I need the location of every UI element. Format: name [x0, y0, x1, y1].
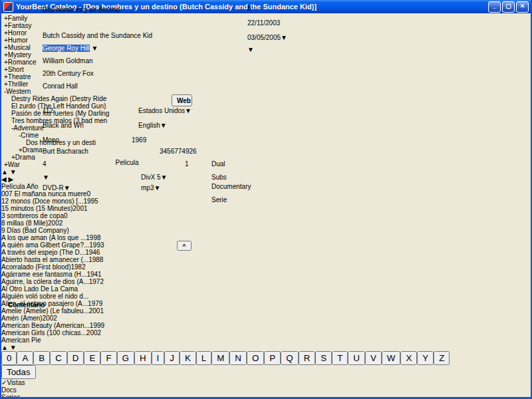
audio-combo[interactable]: mp3▼: [141, 184, 210, 192]
close-button[interactable]: ✕: [516, 1, 529, 13]
tree-item[interactable]: Destry Rides Again (Destry Ride: [1, 95, 531, 102]
alpha-button-A[interactable]: A: [17, 351, 33, 365]
movie-row[interactable]: 8 millas (8 Mile)2002: [1, 219, 531, 227]
alpha-button-I[interactable]: I: [152, 351, 165, 365]
alpha-button-Y[interactable]: Y: [417, 351, 434, 365]
alpha-button-S[interactable]: S: [315, 351, 332, 365]
alpha-button-T[interactable]: T: [332, 351, 348, 365]
movie-row[interactable]: Abierto hasta el amanecer (...1988: [1, 256, 531, 263]
movie-row[interactable]: Amén (Amen)2002: [1, 315, 531, 322]
alpha-button-F[interactable]: F: [100, 351, 116, 365]
movie-row[interactable]: American Pie: [1, 336, 531, 344]
filter-series[interactable]: Series: [1, 394, 531, 399]
alpha-button-O[interactable]: O: [247, 351, 264, 365]
minimize-button[interactable]: _: [488, 1, 501, 13]
fotografia-field[interactable]: Conrad Hall: [43, 82, 169, 90]
pais-combo[interactable]: Estados Unidos▼: [138, 107, 211, 114]
codec-combo[interactable]: DivX 5▼: [141, 174, 210, 181]
alpha-button-G[interactable]: G: [117, 351, 134, 365]
movie-row[interactable]: Agárrame ese fantasma (H...1941: [1, 271, 531, 278]
chevron-down-icon: ▼: [160, 174, 167, 181]
alpha-button-W[interactable]: W: [382, 351, 401, 365]
alpha-button-V[interactable]: V: [365, 351, 382, 365]
scroll-down-icon[interactable]: ▼: [10, 344, 17, 351]
idioma-combo[interactable]: English▼: [138, 122, 211, 129]
filter-docs[interactable]: Docs: [1, 386, 531, 394]
guion-field[interactable]: William Goldman: [43, 57, 169, 65]
titulo-field[interactable]: Dos hombres y un destino: [43, 6, 198, 13]
prestada-combo[interactable]: ▼: [247, 46, 295, 53]
checkbox-dual[interactable]: Dual: [211, 160, 225, 168]
alpha-button-L[interactable]: L: [196, 351, 211, 365]
rip-combo[interactable]: ▼: [43, 174, 108, 181]
movie-row[interactable]: A los que aman (A los que ...1998: [1, 234, 531, 241]
movie-row[interactable]: American Beauty (American...1999: [1, 322, 531, 329]
etiq-alfa-field[interactable]: Pelicula: [109, 159, 145, 166]
sn-field[interactable]: 3456774926: [160, 148, 210, 155]
alpha-button-J[interactable]: J: [164, 351, 180, 365]
scroll-down-icon[interactable]: ▼: [10, 168, 17, 176]
alpha-button-U[interactable]: U: [348, 351, 365, 365]
scroll-up-icon[interactable]: ▲: [1, 168, 8, 176]
tree-item[interactable]: +War: [1, 161, 531, 168]
movie-row[interactable]: A quién ama Gilbert Grape?...1993: [1, 241, 531, 249]
movie-title: American Pie: [1, 336, 41, 344]
maximize-button[interactable]: ▢: [502, 1, 515, 13]
duracion-field[interactable]: 112: [43, 107, 96, 114]
alpha-button-0[interactable]: 0: [1, 351, 17, 365]
alpha-button-N[interactable]: N: [229, 351, 247, 365]
mi-punt-field[interactable]: 8: [247, 5, 295, 12]
sonido-field[interactable]: Mono: [43, 136, 93, 144]
movie-row[interactable]: 9 Días (Bad Company): [1, 227, 531, 234]
orig-field[interactable]: Butch Cassidy and the Sundance Kid: [43, 32, 198, 39]
alpha-button-K[interactable]: K: [180, 351, 196, 365]
movie-row[interactable]: Aguirre, la cólera de dios (A...1972: [1, 278, 531, 285]
movie-row[interactable]: 12 monos (Doce monos) [...1995: [1, 198, 531, 205]
web-button[interactable]: Web: [172, 94, 192, 106]
movie-year: 1999: [90, 322, 104, 329]
todas-button[interactable]: Todas: [1, 365, 36, 379]
anio-field[interactable]: 1969: [132, 136, 185, 144]
movie-row[interactable]: 15 minutos (15 Minutes)2001: [1, 205, 531, 212]
musica-field[interactable]: Burt Bacharach: [43, 148, 140, 155]
filter-vistas[interactable]: ✓Vistas: [1, 379, 531, 386]
alpha-button-R[interactable]: R: [299, 351, 316, 365]
movie-row[interactable]: American Girls (100 chicas...2002: [1, 329, 531, 336]
alpha-button-B[interactable]: B: [33, 351, 50, 365]
movie-row[interactable]: A través del espejo (The D...1946: [1, 249, 531, 256]
comment-field[interactable]: [43, 299, 414, 313]
movie-title: 9 Días (Bad Company): [1, 227, 69, 234]
scroll-left-icon[interactable]: ◀: [1, 176, 7, 183]
alpha-button-C[interactable]: C: [50, 351, 67, 365]
alpha-button-Z[interactable]: Z: [434, 351, 450, 365]
soporte-combo[interactable]: DVD-R▼: [43, 184, 108, 192]
productor-field[interactable]: 20th Century Fox: [43, 70, 169, 77]
movie-title: Al Otro Lado De La Cama: [1, 285, 78, 293]
creada-field[interactable]: 22/11/2003: [247, 19, 295, 27]
checkbox-serie[interactable]: Serie: [211, 196, 227, 203]
alpha-button-X[interactable]: X: [400, 351, 417, 365]
chevron-down-icon: ▼: [43, 174, 49, 181]
scroll-up-icon[interactable]: ▲: [1, 344, 8, 351]
etiqueta-field[interactable]: 4: [43, 160, 76, 168]
cds-field[interactable]: 1: [185, 160, 203, 168]
checkbox-documentary[interactable]: Documentary: [211, 183, 251, 190]
scroll-right-icon[interactable]: ▶: [8, 176, 13, 183]
alpha-button-M[interactable]: M: [211, 351, 229, 365]
alpha-button-E[interactable]: E: [84, 351, 100, 365]
alpha-button-P[interactable]: P: [264, 351, 281, 365]
alpha-button-H[interactable]: H: [134, 351, 152, 365]
tree-item-label: Drama: [15, 154, 35, 161]
director-combo[interactable]: George Roy Hill ▼: [43, 45, 169, 52]
checkbox-subs[interactable]: Subs: [211, 174, 227, 181]
tree-item-label: Thriller: [8, 80, 29, 88]
alpha-button-Q[interactable]: Q: [281, 351, 298, 365]
vista-combo[interactable]: 03/05/2005▼: [247, 34, 295, 41]
movie-row[interactable]: Acorralado (First blood)1982: [1, 263, 531, 271]
alpha-button-D[interactable]: D: [67, 351, 84, 365]
collapse-audio-button[interactable]: ^: [177, 241, 192, 251]
movie-row[interactable]: 3 sombreros de copa0: [1, 212, 531, 219]
list-vertical-scrollbar[interactable]: ▲ ▼: [1, 344, 531, 351]
color-field[interactable]: Black and Wh: [43, 122, 96, 129]
movie-row[interactable]: Al Otro Lado De La Cama: [1, 285, 531, 293]
